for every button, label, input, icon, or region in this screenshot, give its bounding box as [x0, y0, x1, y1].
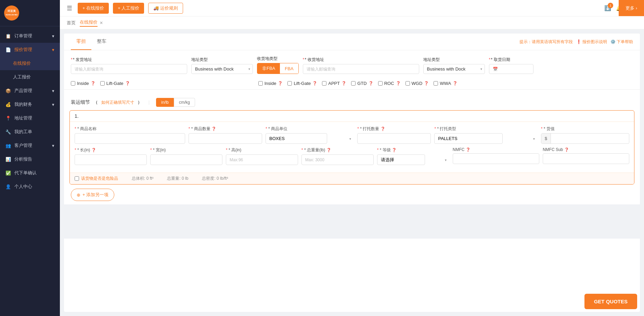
sidebar-item-manual-quote[interactable]: 人工报价 — [0, 70, 60, 84]
origin-liftgate-checkbox[interactable]: Lift-Gate ❓ — [100, 81, 130, 86]
weight-help[interactable]: ❓ — [326, 148, 331, 152]
delegate-icon: ✅ — [5, 170, 11, 176]
add-online-quote-button[interactable]: + 在线报价 — [78, 3, 109, 14]
get-quotes-button[interactable]: GET QUOTES — [584, 294, 637, 309]
download-icon[interactable]: ⬇️ 1 — [604, 5, 611, 11]
nmfc-help[interactable]: ❓ — [466, 148, 471, 152]
unit-inlb-button[interactable]: in/lb — [156, 98, 174, 107]
dest-address-input[interactable] — [303, 64, 419, 74]
dangerous-goods-checkbox[interactable]: 该货物是否是危险品 — [75, 176, 118, 181]
report-icon: 📊 — [5, 157, 11, 162]
sidebar-item-profile[interactable]: 👤个人中心 — [0, 180, 60, 193]
dest-wgd-input[interactable] — [405, 81, 410, 86]
dest-liftgate-checkbox[interactable]: Lift-Gate ❓ — [287, 81, 317, 86]
product-name-input[interactable] — [75, 133, 185, 144]
dest-wgd-help[interactable]: ❓ — [424, 81, 429, 86]
address-icon: 📍 — [5, 116, 11, 121]
order-expand-icon — [52, 34, 54, 39]
menu-toggle-button[interactable]: ☰ — [67, 4, 72, 12]
dest-addr-type-select-wrap: Business with Dock Business without Dock… — [423, 64, 485, 74]
nmfc-sub-input[interactable] — [543, 153, 629, 164]
svg-point-0 — [5, 7, 18, 19]
pallet-qty-input[interactable] — [357, 133, 431, 144]
dangerous-goods-input[interactable] — [75, 176, 79, 181]
origin-inside-input[interactable] — [71, 81, 75, 86]
how-to-link[interactable]: 如何正确填写尺寸 — [101, 100, 134, 105]
close-tab-icon[interactable]: ✕ — [100, 21, 103, 25]
length-input[interactable] — [75, 154, 147, 165]
quote-expand-icon: ▾ — [52, 47, 54, 52]
height-input[interactable] — [226, 154, 298, 165]
sidebar-item-order[interactable]: 📋订单管理 — [0, 29, 60, 43]
dest-roc-help[interactable]: ❓ — [396, 81, 401, 86]
main-area: ☰ + 在线报价 + 人工报价 🚚 运价规则 ⬇️ 1 🔔 更多 › 首页 — [60, 0, 644, 316]
order-help-link[interactable]: ⚙️ 下单帮助 — [610, 39, 633, 45]
origin-inside-help[interactable]: ❓ — [91, 81, 95, 86]
dest-inside-checkbox[interactable]: Inside ❓ — [258, 81, 283, 86]
sidebar-item-delegate[interactable]: ✅代下单确认 — [0, 166, 60, 180]
pipe-sep: ｜ — [147, 99, 151, 105]
product-unit-select[interactable]: BOXES PALLETS PIECES — [266, 133, 327, 144]
sidebar-item-workorder[interactable]: 🔧我的工单 — [0, 125, 60, 139]
shipping-header: 装运细节 （ 如何正确填写尺寸 ） ｜ in/lb cm/kg — [64, 93, 640, 110]
dest-appt-help[interactable]: ❓ — [342, 81, 346, 86]
sidebar-item-online-quote[interactable]: 在线报价 — [0, 56, 60, 70]
quote-demo-link[interactable]: ❗ 报价图示说明 — [576, 39, 607, 45]
pallet-qty-help[interactable]: ❓ — [381, 127, 385, 131]
currency-symbol: $ — [541, 134, 551, 143]
dest-addr-type-select[interactable]: Business with Dock Business without Dock… — [423, 64, 485, 74]
tab-ltl[interactable]: 零担 — [71, 34, 91, 50]
dest-wwa-input[interactable] — [434, 81, 438, 86]
origin-liftgate-help[interactable]: ❓ — [125, 81, 130, 86]
length-help[interactable]: ❓ — [91, 148, 96, 152]
dest-liftgate-input[interactable] — [287, 81, 292, 86]
add-manual-quote-button[interactable]: + 人工报价 — [113, 3, 144, 14]
pickup-date-input[interactable] — [489, 64, 533, 74]
origin-address-input[interactable] — [71, 64, 187, 74]
fba-button[interactable]: FBA — [280, 63, 298, 74]
dest-inside-input[interactable] — [258, 81, 263, 86]
breadcrumb-online-quote[interactable]: 在线报价 — [80, 19, 98, 27]
add-item-button[interactable]: ⊕ + 添加另一项 — [71, 189, 114, 201]
sidebar-item-address[interactable]: 📍地址管理 — [0, 111, 60, 125]
dest-appt-checkbox[interactable]: APPT ❓ — [322, 81, 346, 86]
sidebar-item-report[interactable]: 📊分析报告 — [0, 152, 60, 166]
sidebar-item-finance[interactable]: 💰我的财务 — [0, 98, 60, 111]
cargo-value-input[interactable] — [551, 134, 578, 143]
breadcrumb-home[interactable]: 首页 — [67, 20, 76, 26]
origin-addr-type-select[interactable]: Business with Dock Business without Dock… — [191, 64, 253, 74]
length-label: * * 长(in) ❓ — [75, 147, 147, 153]
pallet-type-select[interactable]: PALLETS CRATES LOOSE — [434, 133, 503, 144]
non-fba-button[interactable]: 非FBA — [257, 63, 280, 74]
item-fields: * * 商品名称 * * 商品数量 ❓ * * 商品单位 — [70, 122, 634, 173]
dest-gtd-input[interactable] — [351, 81, 356, 86]
dest-gtd-checkbox[interactable]: GTD ❓ — [351, 81, 373, 86]
product-qty-input[interactable] — [189, 133, 262, 144]
product-qty-help[interactable]: ❓ — [211, 127, 216, 131]
dest-appt-input[interactable] — [322, 81, 326, 86]
sidebar-item-customer[interactable]: 👥客户管理 — [0, 139, 60, 152]
origin-inside-checkbox[interactable]: Inside ❓ — [71, 81, 95, 86]
total-weight-input[interactable] — [301, 154, 374, 165]
dest-inside-help[interactable]: ❓ — [278, 81, 283, 86]
grade-label: * * 等级 ❓ — [377, 147, 449, 153]
dest-roc-checkbox[interactable]: ROC ❓ — [378, 81, 401, 86]
unit-cmkg-button[interactable]: cm/kg — [174, 98, 195, 107]
dest-gtd-help[interactable]: ❓ — [369, 81, 373, 86]
dest-wwa-help[interactable]: ❓ — [453, 81, 458, 86]
origin-liftgate-input[interactable] — [100, 81, 105, 86]
dest-wwa-checkbox[interactable]: WWA ❓ — [434, 81, 458, 86]
nmfc-sub-help[interactable]: ❓ — [564, 148, 569, 152]
grade-help[interactable]: ❓ — [392, 148, 397, 152]
sidebar-item-product[interactable]: 📦产品管理 — [0, 84, 60, 98]
more-button[interactable]: 更多 › — [619, 0, 644, 16]
tab-ftl[interactable]: 整车 — [91, 34, 112, 50]
dest-roc-input[interactable] — [378, 81, 383, 86]
shipping-rules-button[interactable]: 🚚 运价规则 — [148, 3, 183, 14]
width-input[interactable] — [150, 154, 222, 165]
nmfc-input[interactable] — [453, 153, 539, 164]
sidebar-item-quote[interactable]: 📄报价管理 ▾ — [0, 43, 60, 56]
dest-wgd-checkbox[interactable]: WGD ❓ — [405, 81, 429, 86]
grade-select[interactable]: 请选择 50 55 60 65 70 77.5 85 92.5 100 110 — [377, 154, 425, 165]
dest-liftgate-help[interactable]: ❓ — [312, 81, 317, 86]
